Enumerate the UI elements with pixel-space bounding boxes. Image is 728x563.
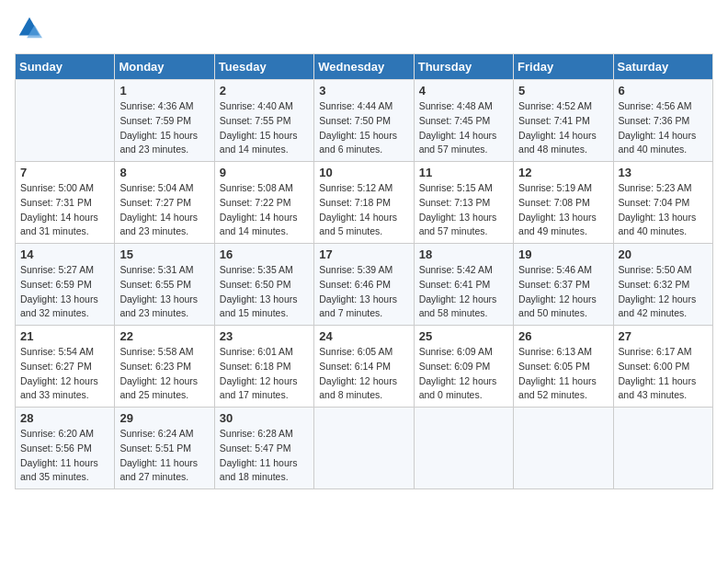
day-number: 13 bbox=[619, 166, 708, 179]
day-number: 25 bbox=[419, 329, 508, 343]
day-detail: Sunrise: 5:12 AMSunset: 7:18 PMDaylight:… bbox=[319, 182, 397, 236]
day-cell bbox=[514, 408, 613, 489]
day-number: 14 bbox=[20, 247, 109, 261]
week-row: 14 Sunrise: 5:27 AMSunset: 6:59 PMDaylig… bbox=[16, 244, 713, 326]
day-detail: Sunrise: 4:36 AMSunset: 7:59 PMDaylight:… bbox=[119, 100, 198, 155]
day-cell: 7 Sunrise: 5:00 AMSunset: 7:31 PMDayligh… bbox=[16, 162, 115, 244]
day-detail: Sunrise: 4:56 AMSunset: 7:36 PMDaylight:… bbox=[619, 100, 697, 155]
day-number: 24 bbox=[319, 329, 408, 343]
day-number: 27 bbox=[619, 329, 708, 343]
day-number: 8 bbox=[119, 166, 209, 179]
day-number: 7 bbox=[20, 166, 109, 179]
day-detail: Sunrise: 6:20 AMSunset: 5:56 PMDaylight:… bbox=[20, 428, 98, 482]
day-cell: 11 Sunrise: 5:15 AMSunset: 7:13 PMDaylig… bbox=[414, 162, 513, 244]
day-detail: Sunrise: 6:28 AMSunset: 5:47 PMDaylight:… bbox=[220, 428, 298, 482]
day-detail: Sunrise: 5:58 AMSunset: 6:23 PMDaylight:… bbox=[119, 346, 198, 400]
day-cell: 15 Sunrise: 5:31 AMSunset: 6:55 PMDaylig… bbox=[115, 244, 214, 326]
day-detail: Sunrise: 5:08 AMSunset: 7:22 PMDaylight:… bbox=[220, 182, 298, 236]
day-cell: 25 Sunrise: 6:09 AMSunset: 6:09 PMDaylig… bbox=[414, 326, 513, 408]
day-cell: 14 Sunrise: 5:27 AMSunset: 6:59 PMDaylig… bbox=[16, 244, 115, 326]
day-detail: Sunrise: 6:17 AMSunset: 6:00 PMDaylight:… bbox=[619, 346, 697, 400]
day-number: 15 bbox=[119, 247, 209, 261]
day-cell: 28 Sunrise: 6:20 AMSunset: 5:56 PMDaylig… bbox=[16, 408, 115, 489]
day-number: 1 bbox=[119, 84, 209, 98]
day-cell: 6 Sunrise: 4:56 AMSunset: 7:36 PMDayligh… bbox=[613, 80, 712, 162]
day-number: 20 bbox=[619, 247, 708, 261]
day-detail: Sunrise: 4:52 AMSunset: 7:41 PMDaylight:… bbox=[518, 100, 597, 155]
logo-icon bbox=[17, 15, 42, 40]
day-cell: 20 Sunrise: 5:50 AMSunset: 6:32 PMDaylig… bbox=[613, 244, 712, 326]
day-cell: 22 Sunrise: 5:58 AMSunset: 6:23 PMDaylig… bbox=[115, 326, 214, 408]
day-number: 4 bbox=[419, 84, 508, 98]
header-cell-friday: Friday bbox=[514, 54, 613, 80]
day-cell: 1 Sunrise: 4:36 AMSunset: 7:59 PMDayligh… bbox=[115, 80, 214, 162]
day-number: 21 bbox=[20, 329, 109, 343]
day-cell: 3 Sunrise: 4:44 AMSunset: 7:50 PMDayligh… bbox=[314, 80, 414, 162]
day-number: 22 bbox=[119, 329, 209, 343]
day-number: 3 bbox=[319, 84, 408, 98]
day-detail: Sunrise: 5:23 AMSunset: 7:04 PMDaylight:… bbox=[619, 182, 697, 236]
day-cell: 30 Sunrise: 6:28 AMSunset: 5:47 PMDaylig… bbox=[214, 408, 313, 489]
day-number: 10 bbox=[319, 166, 408, 179]
day-cell: 19 Sunrise: 5:46 AMSunset: 6:37 PMDaylig… bbox=[514, 244, 613, 326]
day-detail: Sunrise: 6:24 AMSunset: 5:51 PMDaylight:… bbox=[119, 428, 198, 482]
calendar-table: SundayMondayTuesdayWednesdayThursdayFrid… bbox=[15, 53, 713, 489]
day-detail: Sunrise: 5:31 AMSunset: 6:55 PMDaylight:… bbox=[119, 264, 198, 318]
day-number: 29 bbox=[119, 411, 209, 425]
day-cell: 17 Sunrise: 5:39 AMSunset: 6:46 PMDaylig… bbox=[314, 244, 414, 326]
day-detail: Sunrise: 5:04 AMSunset: 7:27 PMDaylight:… bbox=[119, 182, 198, 236]
day-cell: 18 Sunrise: 5:42 AMSunset: 6:41 PMDaylig… bbox=[414, 244, 513, 326]
day-cell: 5 Sunrise: 4:52 AMSunset: 7:41 PMDayligh… bbox=[514, 80, 613, 162]
day-detail: Sunrise: 4:44 AMSunset: 7:50 PMDaylight:… bbox=[319, 100, 397, 155]
header-row: SundayMondayTuesdayWednesdayThursdayFrid… bbox=[16, 54, 713, 80]
day-number: 12 bbox=[518, 166, 608, 179]
day-cell bbox=[314, 408, 414, 489]
day-number: 6 bbox=[619, 84, 708, 98]
day-cell bbox=[16, 80, 115, 162]
day-cell: 23 Sunrise: 6:01 AMSunset: 6:18 PMDaylig… bbox=[214, 326, 313, 408]
header-cell-tuesday: Tuesday bbox=[214, 54, 313, 80]
day-number: 2 bbox=[220, 84, 309, 98]
week-row: 7 Sunrise: 5:00 AMSunset: 7:31 PMDayligh… bbox=[16, 162, 713, 244]
week-row: 1 Sunrise: 4:36 AMSunset: 7:59 PMDayligh… bbox=[16, 80, 713, 162]
day-detail: Sunrise: 5:19 AMSunset: 7:08 PMDaylight:… bbox=[518, 182, 597, 236]
day-cell: 21 Sunrise: 5:54 AMSunset: 6:27 PMDaylig… bbox=[16, 326, 115, 408]
header-cell-wednesday: Wednesday bbox=[314, 54, 414, 80]
day-cell: 2 Sunrise: 4:40 AMSunset: 7:55 PMDayligh… bbox=[214, 80, 313, 162]
day-detail: Sunrise: 5:15 AMSunset: 7:13 PMDaylight:… bbox=[419, 182, 497, 236]
day-number: 16 bbox=[220, 247, 309, 261]
day-detail: Sunrise: 4:40 AMSunset: 7:55 PMDaylight:… bbox=[220, 100, 298, 155]
day-cell: 8 Sunrise: 5:04 AMSunset: 7:27 PMDayligh… bbox=[115, 162, 214, 244]
day-number: 19 bbox=[518, 247, 608, 261]
day-cell: 10 Sunrise: 5:12 AMSunset: 7:18 PMDaylig… bbox=[314, 162, 414, 244]
day-detail: Sunrise: 5:35 AMSunset: 6:50 PMDaylight:… bbox=[220, 264, 298, 318]
day-number: 17 bbox=[319, 247, 408, 261]
day-detail: Sunrise: 6:13 AMSunset: 6:05 PMDaylight:… bbox=[518, 346, 597, 400]
day-detail: Sunrise: 5:54 AMSunset: 6:27 PMDaylight:… bbox=[20, 346, 98, 400]
day-number: 26 bbox=[518, 329, 608, 343]
day-cell: 16 Sunrise: 5:35 AMSunset: 6:50 PMDaylig… bbox=[214, 244, 313, 326]
day-number: 11 bbox=[419, 166, 508, 179]
day-detail: Sunrise: 5:42 AMSunset: 6:41 PMDaylight:… bbox=[419, 264, 497, 318]
day-detail: Sunrise: 5:50 AMSunset: 6:32 PMDaylight:… bbox=[619, 264, 697, 318]
day-cell bbox=[414, 408, 513, 489]
header-cell-monday: Monday bbox=[115, 54, 214, 80]
header-cell-sunday: Sunday bbox=[16, 54, 115, 80]
day-detail: Sunrise: 4:48 AMSunset: 7:45 PMDaylight:… bbox=[419, 100, 497, 155]
day-cell bbox=[613, 408, 712, 489]
day-detail: Sunrise: 5:39 AMSunset: 6:46 PMDaylight:… bbox=[319, 264, 397, 318]
page-header bbox=[15, 15, 713, 44]
day-number: 23 bbox=[220, 329, 309, 343]
week-row: 28 Sunrise: 6:20 AMSunset: 5:56 PMDaylig… bbox=[16, 408, 713, 489]
day-cell: 9 Sunrise: 5:08 AMSunset: 7:22 PMDayligh… bbox=[214, 162, 313, 244]
day-number: 28 bbox=[20, 411, 109, 425]
day-cell: 26 Sunrise: 6:13 AMSunset: 6:05 PMDaylig… bbox=[514, 326, 613, 408]
header-cell-thursday: Thursday bbox=[414, 54, 513, 80]
logo bbox=[15, 15, 42, 44]
day-number: 18 bbox=[419, 247, 508, 261]
day-cell: 27 Sunrise: 6:17 AMSunset: 6:00 PMDaylig… bbox=[613, 326, 712, 408]
header-cell-saturday: Saturday bbox=[613, 54, 712, 80]
day-detail: Sunrise: 5:00 AMSunset: 7:31 PMDaylight:… bbox=[20, 182, 98, 236]
day-number: 5 bbox=[518, 84, 608, 98]
day-detail: Sunrise: 6:05 AMSunset: 6:14 PMDaylight:… bbox=[319, 346, 397, 400]
